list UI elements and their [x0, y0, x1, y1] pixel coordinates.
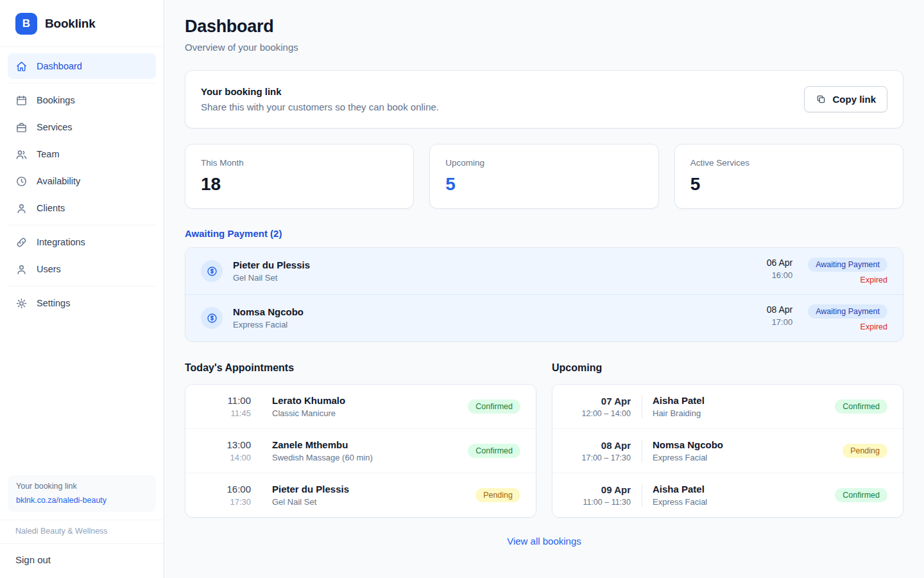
- date-block: 08 Apr 17:00: [767, 304, 792, 327]
- sidebar-item-integrations[interactable]: Integrations: [8, 229, 156, 255]
- gear-icon: [15, 297, 28, 310]
- client-block: Pieter du Plessis Gel Nail Set: [233, 259, 310, 283]
- client-block: Nomsa Ngcobo Express Facial: [233, 306, 304, 329]
- booking-link-card: Your booking link Share this with your c…: [185, 70, 903, 128]
- time-range: 17:00 – 17:30: [568, 453, 631, 462]
- service-name: Gel Nail Set: [272, 497, 349, 507]
- booking-link-card-text: Your booking link Share this with your c…: [201, 86, 439, 112]
- appointment-row[interactable]: 11:00 11:45 Lerato Khumalo Classic Manic…: [185, 385, 536, 429]
- end-time: 17:30: [201, 497, 251, 507]
- home-icon: [15, 60, 28, 73]
- status-badge: Pending: [475, 488, 520, 502]
- sidebar-item-label: Team: [37, 149, 59, 159]
- status-badge: Confirmed: [468, 444, 520, 458]
- sidebar-item-label: Settings: [37, 298, 70, 308]
- sidebar-item-dashboard[interactable]: Dashboard: [8, 53, 156, 79]
- service-name: Swedish Massage (60 min): [272, 453, 373, 462]
- status-badge: Pending: [843, 444, 887, 458]
- user-icon: [15, 263, 28, 276]
- sign-out-button[interactable]: Sign out: [0, 543, 164, 578]
- awaiting-payment-heading[interactable]: Awaiting Payment (2): [185, 228, 282, 239]
- stat-label: Upcoming: [445, 158, 642, 168]
- brand[interactable]: B Booklink: [0, 0, 164, 46]
- status-badge: Awaiting Payment: [808, 258, 887, 272]
- calendar-icon: [15, 94, 28, 107]
- client-name: Pieter du Plessis: [233, 259, 310, 270]
- sidebar-item-label: Availability: [37, 176, 80, 186]
- sidebar-item-label: Services: [37, 122, 73, 132]
- sidebar-item-label: Users: [37, 264, 61, 274]
- service-name: Hair Braiding: [653, 408, 705, 418]
- divider: [8, 83, 156, 83]
- status-badge: Confirmed: [468, 399, 520, 414]
- time-block: 16:00 17:30: [201, 484, 251, 507]
- dollar-circle-icon: [201, 260, 223, 282]
- divider: [8, 225, 156, 225]
- row-meta: 08 Apr 17:00 Awaiting Payment Expired: [767, 304, 887, 331]
- stat-value: 18: [201, 174, 398, 195]
- page-title: Dashboard: [185, 17, 903, 37]
- status-badge: Confirmed: [835, 399, 887, 414]
- sidebar-item-team[interactable]: Team: [8, 141, 156, 167]
- appointment-row[interactable]: 07 Apr 12:00 – 14:00 Aisha Patel Hair Br…: [552, 385, 903, 429]
- sidebar-item-label: Bookings: [37, 95, 75, 105]
- booking-link-label: Your booking link: [16, 482, 148, 491]
- end-time: 14:00: [201, 453, 251, 462]
- expired-label: Expired: [860, 276, 887, 285]
- appointment-row[interactable]: 16:00 17:30 Pieter du Plessis Gel Nail S…: [185, 473, 536, 517]
- sidebar-item-services[interactable]: Services: [8, 114, 156, 140]
- appointment-date: 09 Apr: [568, 484, 631, 495]
- person-icon: [15, 202, 28, 215]
- sidebar-item-bookings[interactable]: Bookings: [8, 87, 156, 113]
- stat-card-upcoming: Upcoming 5: [429, 144, 658, 209]
- date-block: 07 Apr 12:00 – 14:00: [568, 396, 631, 418]
- expired-label: Expired: [860, 322, 887, 331]
- client-name: Aisha Patel: [653, 395, 705, 406]
- stats-row: This Month 18 Upcoming 5 Active Services…: [185, 144, 903, 209]
- todays-appointments-card: 11:00 11:45 Lerato Khumalo Classic Manic…: [185, 384, 536, 518]
- appointment-row[interactable]: 13:00 14:00 Zanele Mthembu Swedish Massa…: [185, 429, 536, 473]
- divider: [8, 286, 156, 286]
- view-all-bookings-link[interactable]: View all bookings: [507, 536, 581, 547]
- sidebar-item-label: Integrations: [37, 237, 85, 247]
- stat-value: 5: [690, 174, 887, 195]
- client-block: Aisha Patel Express Facial: [642, 484, 707, 507]
- appointment-date: 07 Apr: [568, 396, 631, 407]
- todays-appointments-section: Today's Appointments 11:00 11:45 Lerato …: [185, 362, 536, 518]
- appointment-row[interactable]: 08 Apr 17:00 – 17:30 Nomsa Ngcobo Expres…: [552, 429, 903, 473]
- awaiting-payment-row[interactable]: Pieter du Plessis Gel Nail Set 06 Apr 16…: [185, 248, 903, 295]
- sidebar: B Booklink Dashboard Bookings: [0, 0, 164, 578]
- sidebar-footer: Your booking link bklnk.co.za/naledi-bea…: [0, 468, 164, 578]
- booking-link-url[interactable]: bklnk.co.za/naledi-beauty: [16, 496, 107, 505]
- awaiting-payment-row[interactable]: Nomsa Ngcobo Express Facial 08 Apr 17:00…: [185, 295, 903, 341]
- stat-card-active-services: Active Services 5: [674, 144, 903, 209]
- stat-label: This Month: [201, 158, 398, 168]
- copy-link-button[interactable]: Copy link: [804, 86, 887, 112]
- stat-card-this-month: This Month 18: [185, 144, 414, 209]
- booking-link-card-description: Share this with your customers so they c…: [201, 101, 439, 112]
- page-subtitle: Overview of your bookings: [185, 42, 903, 53]
- date-block: 09 Apr 11:00 – 11:30: [568, 484, 631, 507]
- service-name: Gel Nail Set: [233, 273, 310, 283]
- upcoming-section: Upcoming 07 Apr 12:00 – 14:00 Aisha Pate…: [552, 362, 903, 518]
- start-time: 11:00: [201, 395, 251, 406]
- business-name: Naledi Beauty & Wellness: [0, 520, 164, 543]
- appointment-row[interactable]: 09 Apr 11:00 – 11:30 Aisha Patel Express…: [552, 473, 903, 517]
- start-time: 13:00: [201, 439, 251, 450]
- date-block: 08 Apr 17:00 – 17:30: [568, 440, 631, 462]
- row-meta: 06 Apr 16:00 Awaiting Payment Expired: [767, 258, 887, 285]
- client-block: Pieter du Plessis Gel Nail Set: [272, 484, 349, 507]
- sidebar-item-clients[interactable]: Clients: [8, 195, 156, 221]
- section-heading-upcoming: Upcoming: [552, 362, 903, 374]
- briefcase-icon: [15, 121, 28, 134]
- brand-logo-icon: B: [15, 13, 37, 35]
- client-block: Zanele Mthembu Swedish Massage (60 min): [272, 439, 373, 462]
- sidebar-item-availability[interactable]: Availability: [8, 168, 156, 194]
- copy-icon: [816, 94, 826, 105]
- sidebar-item-label: Dashboard: [37, 61, 82, 71]
- clock-icon: [15, 175, 28, 188]
- client-block: Lerato Khumalo Classic Manicure: [272, 395, 345, 418]
- badge-block: Awaiting Payment Expired: [808, 304, 887, 331]
- sidebar-item-settings[interactable]: Settings: [8, 290, 156, 316]
- sidebar-item-users[interactable]: Users: [8, 256, 156, 282]
